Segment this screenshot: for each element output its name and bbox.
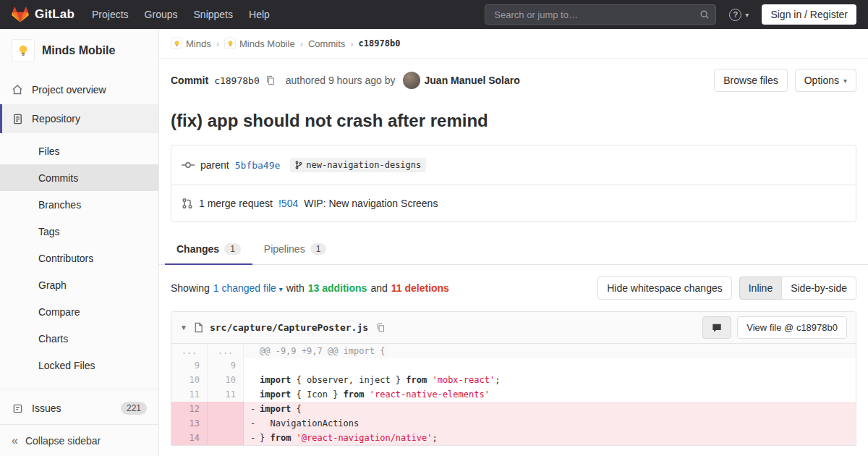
issues-count-badge: 221: [121, 402, 147, 415]
author-name-link[interactable]: Juan Manuel Solaro: [425, 75, 520, 86]
copy-sha-button[interactable]: [264, 74, 277, 87]
help-dropdown[interactable]: ? ▾: [729, 9, 749, 21]
diff-mode-toggle: Inline Side-by-side: [739, 276, 856, 300]
issues-icon: [12, 403, 23, 414]
showing-label: Showing: [171, 282, 210, 294]
breadcrumb: Minds › Minds Mobile › Commits › c18978b…: [159, 29, 868, 59]
nav-item-snippets[interactable]: Snippets: [194, 9, 233, 20]
sidebar-item-graph[interactable]: Graph: [0, 271, 158, 298]
collapse-file-chevron-icon[interactable]: ▼: [180, 324, 187, 332]
project-avatar-icon: [12, 39, 35, 62]
diff-file-path[interactable]: src/capture/CapturePoster.js: [210, 322, 368, 333]
toggle-comments-button[interactable]: [702, 316, 731, 339]
tab-pipelines[interactable]: Pipelines 1: [252, 234, 339, 264]
diff-stats-text: Showing 1 changed file ▾ with 13 additio…: [171, 282, 449, 294]
new-line-number[interactable]: [208, 416, 244, 431]
project-header[interactable]: Minds Mobile: [0, 29, 158, 71]
new-line-number[interactable]: ...: [208, 344, 244, 358]
old-line-number[interactable]: 10: [171, 373, 208, 387]
sidebar-item-label: Project overview: [32, 84, 106, 96]
commit-label: Commit: [171, 75, 208, 86]
commit-tabs: Changes 1 Pipelines 1: [159, 234, 868, 265]
question-icon: ?: [729, 9, 741, 21]
search-input[interactable]: [485, 4, 716, 25]
diff-code-line: -} from '@react-navigation/native';: [244, 431, 856, 445]
diff-file-actions: View file @ c18978b0: [702, 316, 847, 339]
sidebar-item-branches[interactable]: Branches: [0, 191, 158, 218]
changed-files-label: 1 changed file: [213, 282, 276, 294]
file-icon: [194, 322, 203, 333]
sidebar-item-files[interactable]: Files: [0, 138, 158, 164]
options-label: Options: [804, 75, 839, 86]
nav-item-help[interactable]: Help: [249, 9, 270, 20]
commit-actions: Browse files Options ▾: [714, 69, 856, 92]
branch-ref-tag[interactable]: new-navigation-designs: [290, 158, 426, 172]
chevron-down-icon: ▾: [279, 285, 283, 293]
browse-files-button[interactable]: Browse files: [714, 69, 787, 92]
hide-whitespace-button[interactable]: Hide whitespace changes: [597, 276, 732, 300]
copy-file-path-button[interactable]: [375, 321, 387, 334]
gitlab-logo-link[interactable]: GitLab: [12, 6, 75, 23]
old-line-number[interactable]: 14: [171, 431, 208, 445]
commit-sha: c18978b0: [214, 75, 260, 86]
old-line-number[interactable]: 11: [171, 387, 208, 402]
changed-files-dropdown[interactable]: 1 changed file ▾: [213, 282, 283, 294]
breadcrumb-label: Commits: [308, 38, 345, 49]
sidebar-item-charts[interactable]: Charts: [0, 325, 158, 352]
merge-request-row: 1 merge request !504 WIP: New navigation…: [171, 185, 856, 221]
diff-view-controls: Hide whitespace changes Inline Side-by-s…: [597, 276, 856, 300]
sidebar-item-contributors[interactable]: Contributors: [0, 245, 158, 271]
author-avatar[interactable]: [403, 72, 420, 89]
sidebar-divider: [0, 389, 158, 389]
old-line-number[interactable]: ...: [171, 344, 208, 358]
tab-changes[interactable]: Changes 1: [165, 234, 252, 264]
options-dropdown-button[interactable]: Options ▾: [795, 69, 856, 92]
breadcrumb-item-commits[interactable]: Commits: [308, 38, 345, 49]
parent-sha-link[interactable]: 5bfba49e: [235, 160, 281, 171]
top-navbar: GitLab Projects Groups Snippets Help ? ▾…: [0, 0, 868, 29]
comment-icon: [712, 324, 722, 335]
breadcrumb-item-minds-mobile[interactable]: Minds Mobile: [224, 38, 295, 49]
sidebar-item-compare[interactable]: Compare: [0, 298, 158, 325]
collapse-sidebar-button[interactable]: « Collapse sidebar: [0, 424, 158, 456]
commit-title: (fix) app should not crash after remind: [159, 102, 868, 145]
repo-subnav: FilesCommitsBranchesTagsContributorsGrap…: [0, 133, 158, 384]
diff-row: 14-} from '@react-navigation/native';: [171, 431, 856, 445]
home-icon: [12, 84, 23, 96]
old-line-number[interactable]: 9: [171, 358, 208, 373]
side-by-side-view-button[interactable]: Side-by-side: [781, 276, 856, 300]
commit-node-icon: [182, 160, 195, 170]
sidebar-item-project-overview[interactable]: Project overview: [0, 75, 158, 104]
diff-row: 1010import { observer, inject } from 'mo…: [171, 373, 856, 387]
breadcrumb-separator: ›: [350, 38, 353, 49]
new-line-number[interactable]: [208, 402, 244, 416]
diff-row: 99: [171, 358, 856, 373]
brand-name: GitLab: [35, 7, 75, 22]
new-line-number[interactable]: 9: [208, 358, 244, 373]
sidebar-item-tags[interactable]: Tags: [0, 218, 158, 245]
navbar-menu: Projects Groups Snippets Help: [92, 9, 270, 20]
search-icon[interactable]: [699, 9, 710, 20]
inline-view-button[interactable]: Inline: [739, 276, 782, 300]
project-avatar-icon: [224, 38, 236, 49]
breadcrumb-item-minds[interactable]: Minds: [171, 38, 211, 49]
sidebar-item-commits[interactable]: Commits: [0, 164, 158, 191]
old-line-number[interactable]: 13: [171, 416, 208, 431]
sign-in-button[interactable]: Sign in / Register: [762, 4, 856, 25]
collapse-chevrons-icon: «: [12, 435, 18, 447]
deletions-count: 11 deletions: [391, 282, 449, 294]
diff-file-panel: ▼ src/capture/CapturePoster.js: [171, 311, 856, 446]
diff-file-header: ▼ src/capture/CapturePoster.js: [171, 312, 856, 344]
sidebar-item-repository[interactable]: Repository: [0, 104, 158, 133]
view-file-button[interactable]: View file @ c18978b0: [737, 316, 847, 339]
new-line-number[interactable]: 10: [208, 373, 244, 387]
nav-item-projects[interactable]: Projects: [92, 9, 129, 20]
new-line-number[interactable]: [208, 431, 244, 445]
sidebar-item-locked-files[interactable]: Locked Files: [0, 352, 158, 379]
sidebar-item-issues[interactable]: Issues 221: [0, 394, 158, 423]
new-line-number[interactable]: 11: [208, 387, 244, 402]
nav-item-groups[interactable]: Groups: [145, 9, 178, 20]
old-line-number[interactable]: 12: [171, 402, 208, 416]
merge-request-ref-link[interactable]: !504: [278, 198, 298, 209]
diff-row: 13- NavigationActions: [171, 416, 856, 431]
